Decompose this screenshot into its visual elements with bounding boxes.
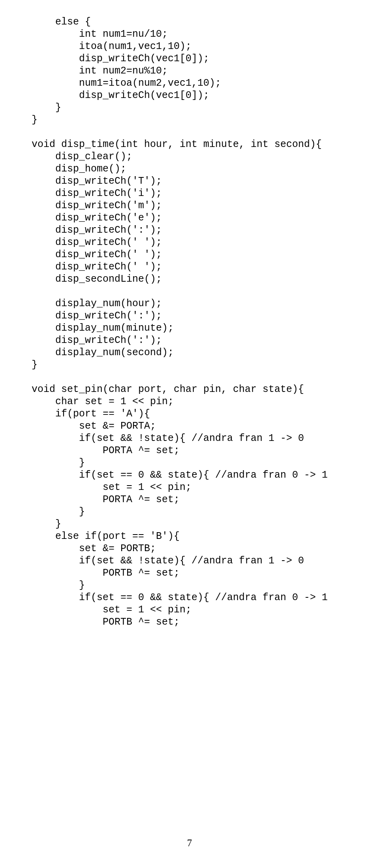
document-page: else { int num1=nu/10; itoa(num1,vec1,10…: [0, 0, 379, 868]
page-number: 7: [0, 837, 379, 849]
code-block: else { int num1=nu/10; itoa(num1,vec1,10…: [32, 16, 347, 628]
